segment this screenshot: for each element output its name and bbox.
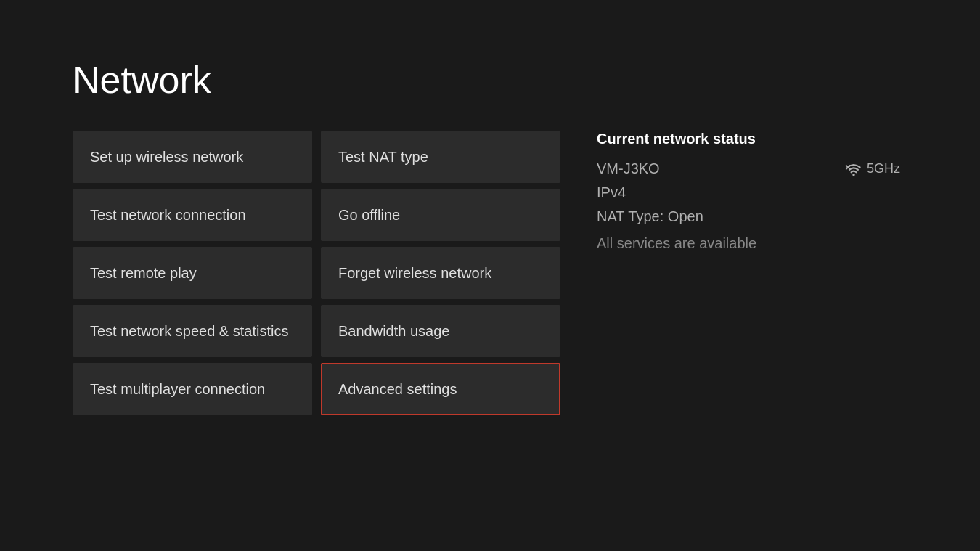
menu-item-test-network-speed[interactable]: Test network speed & statistics <box>73 305 312 357</box>
menu-item-forget-wireless[interactable]: Forget wireless network <box>321 247 560 299</box>
wifi-indicator: 5GHz <box>845 161 900 176</box>
network-name-row: VM-J3KO 5GHz <box>597 160 900 177</box>
status-panel: Current network status VM-J3KO 5GHz <box>589 131 907 493</box>
menu-item-go-offline[interactable]: Go offline <box>321 189 560 241</box>
nat-type: NAT Type: Open <box>597 208 900 225</box>
page-container: Network Set up wireless network Test net… <box>0 0 980 551</box>
menu-item-advanced-settings[interactable]: Advanced settings <box>321 363 560 415</box>
svg-point-0 <box>852 174 854 176</box>
services-status: All services are available <box>597 235 900 252</box>
content-area: Set up wireless network Test network con… <box>73 131 907 493</box>
left-column: Set up wireless network Test network con… <box>73 131 312 493</box>
page-title: Network <box>73 58 907 102</box>
wifi-icon <box>845 162 862 176</box>
menu-item-test-remote-play[interactable]: Test remote play <box>73 247 312 299</box>
menu-item-setup-wireless[interactable]: Set up wireless network <box>73 131 312 183</box>
ip-version: IPv4 <box>597 184 900 201</box>
menu-item-test-multiplayer[interactable]: Test multiplayer connection <box>73 363 312 415</box>
menu-item-bandwidth-usage[interactable]: Bandwidth usage <box>321 305 560 357</box>
status-title: Current network status <box>597 131 900 147</box>
wifi-band-label: 5GHz <box>867 161 900 176</box>
menu-item-test-network-connection[interactable]: Test network connection <box>73 189 312 241</box>
menu-item-test-nat-type[interactable]: Test NAT type <box>321 131 560 183</box>
right-column: Test NAT type Go offline Forget wireless… <box>321 131 560 493</box>
network-name: VM-J3KO <box>597 160 660 177</box>
